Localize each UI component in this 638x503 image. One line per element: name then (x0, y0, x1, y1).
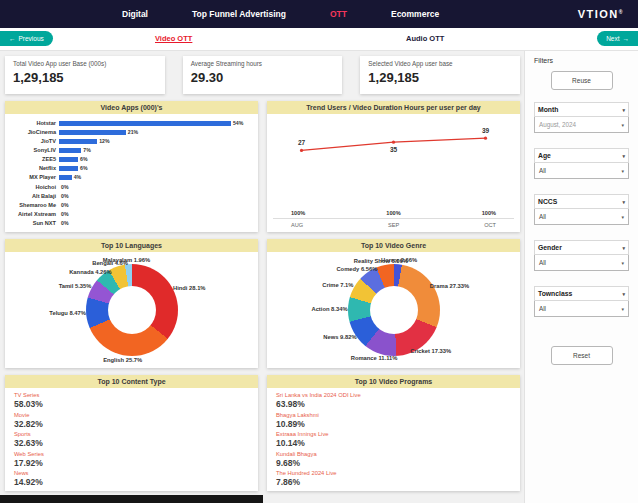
bar-row-sun-nxt[interactable]: Sun NXT0% (9, 219, 250, 227)
filter-value: All (539, 305, 546, 312)
bar-value-label: 0% (61, 193, 69, 199)
x-axis-label: SEP (388, 222, 399, 228)
chevron-down-icon: ▾ (622, 107, 625, 113)
bar-row-mx-player[interactable]: MX Player4% (9, 173, 250, 181)
list-item-musical-show[interactable]: Musical Show2.16% (14, 490, 249, 492)
nav-item-ecommerce[interactable]: Ecommerce (391, 9, 439, 19)
list-item-news[interactable]: News14.92% (14, 470, 249, 487)
nav-item-digital[interactable]: Digital (122, 9, 148, 19)
list-item-movie[interactable]: Movie32.82% (14, 412, 249, 429)
list-item-value: 63.98% (276, 399, 511, 409)
list-item-bhagya-lakshmi[interactable]: Bhagya Lakshmi10.89% (276, 412, 511, 429)
chevron-down-icon: ▾ (621, 122, 624, 128)
kpi-value: 29.30 (191, 70, 335, 85)
nav-item-ott[interactable]: OTT (330, 9, 347, 19)
list-item-jagannath[interactable]: Jagannath7.54% (276, 490, 511, 492)
top-nav: DigitalTop Funnel AdvertisingOTTEcommerc… (0, 0, 638, 28)
list-item-web-series[interactable]: Web Series17.92% (14, 451, 249, 468)
filter-name: Townclass (538, 290, 572, 297)
previous-button[interactable]: ← Previous (0, 31, 53, 46)
kpi-value: 1,29,185 (13, 70, 157, 85)
tab-audio-ott[interactable]: Audio OTT (406, 34, 444, 43)
donut-label-cricket: Cricket 17.33% (410, 348, 451, 354)
filter-select-month[interactable]: August, 2024▾ (534, 117, 629, 133)
bar-category-label: ZEE5 (9, 156, 59, 162)
content-type-list: TV Series58.03%Movie32.82%Sports32.63%We… (5, 388, 258, 491)
nav-menu: DigitalTop Funnel AdvertisingOTTEcommerc… (122, 9, 439, 19)
list-item-kundali-bhagya[interactable]: Kundali Bhagya9.68% (276, 451, 511, 468)
list-item-value: 14.92% (14, 477, 249, 487)
bar-row-alt-balaji[interactable]: Alt Balaji0% (9, 192, 250, 200)
filter-name: Age (538, 152, 551, 159)
filter-groups: Month▾August, 2024▾Age▾All▾NCCS▾All▾Gend… (534, 102, 629, 332)
reset-button[interactable]: Reset (551, 346, 613, 365)
bar-value-label: 12% (99, 138, 109, 144)
bar-row-jiocinema[interactable]: JioCinema21% (9, 128, 250, 136)
lists-row: Top 10 Content Type TV Series58.03%Movie… (5, 375, 520, 491)
bar-value-label: 54% (233, 120, 243, 126)
list-item-tv-series[interactable]: TV Series58.03% (14, 392, 249, 409)
bar-row-hotstar[interactable]: Hotstar54% (9, 119, 250, 127)
registered-mark-icon: ® (619, 9, 624, 15)
filter-header-age[interactable]: Age▾ (534, 148, 629, 163)
filter-header-nccs[interactable]: NCCS▾ (534, 194, 629, 209)
bar-row-jiotv[interactable]: JioTV12% (9, 137, 250, 145)
bar-category-label: MX Player (9, 174, 59, 180)
list-item-the-hundred-2024-live[interactable]: The Hundred 2024 Live7.86% (276, 470, 511, 487)
donut-label-telugu: Telugu 8.47% (49, 310, 86, 316)
filter-group-townclass: Townclass▾All▾ (534, 286, 629, 317)
nav-item-top-funnel-advertising[interactable]: Top Funnel Advertising (192, 9, 286, 19)
svg-text:27: 27 (298, 139, 306, 146)
languages-card: Top 10 Languages Hindi 28.1%English 25.7… (5, 239, 258, 368)
bar-track: 0% (59, 184, 250, 190)
filter-select-gender[interactable]: All▾ (534, 255, 629, 271)
filter-select-townclass[interactable]: All▾ (534, 301, 629, 317)
bar-fill (59, 157, 78, 162)
list-item-name: Kundali Bhagya (276, 451, 511, 457)
next-button[interactable]: Next → (597, 31, 638, 46)
bar-row-sonyliv[interactable]: SonyLIV7% (9, 146, 250, 154)
right-arrow-icon: → (623, 35, 630, 42)
bar-fill (59, 121, 231, 126)
languages-donut[interactable] (86, 264, 178, 356)
filter-header-townclass[interactable]: Townclass▾ (534, 286, 629, 301)
video-apps-bar-chart: Hotstar54%JioCinema21%JioTV12%SonyLIV7%Z… (5, 114, 258, 232)
list-item-sports[interactable]: Sports32.63% (14, 431, 249, 448)
list-item-extraaa-innings-live[interactable]: Extraaa Innings Live10.14% (276, 431, 511, 448)
list-item-name: Jagannath (276, 490, 511, 492)
x-axis-labels: AUGSEPOCT (273, 218, 514, 228)
reuse-button[interactable]: Reuse (551, 71, 613, 90)
bar-track: 0% (59, 220, 250, 226)
bar-category-label: Hoichoi (9, 184, 59, 190)
kpi-card-average-streaming-hours: Average Streaming hours29.30 (183, 56, 343, 94)
filter-header-month[interactable]: Month▾ (534, 102, 629, 117)
chevron-down-icon: ▾ (621, 168, 624, 174)
donut-label-comedy: Comedy 6.56% (336, 266, 377, 272)
bar-category-label: Sun NXT (9, 220, 59, 226)
bar-row-zee5[interactable]: ZEE56% (9, 155, 250, 163)
bar-track: 0% (59, 202, 250, 208)
genre-donut-chart: Horror 2.66%Drama 27.33%Cricket 17.33%Ro… (267, 252, 520, 368)
genre-title: Top 10 Video Genre (267, 239, 520, 252)
filter-select-age[interactable]: All▾ (534, 163, 629, 179)
bar-fill (59, 139, 97, 144)
list-item-name: TV Series (14, 392, 249, 398)
genre-donut[interactable] (348, 264, 440, 356)
bar-row-shemaroo-me[interactable]: Shemaroo Me0% (9, 201, 250, 209)
list-item-name: Movie (14, 412, 249, 418)
bar-row-airtel-xstream[interactable]: Airtel Xstream0% (9, 210, 250, 218)
video-programs-list: Sri Lanka vs India 2024 ODI Live63.98%Bh… (267, 388, 520, 491)
list-item-sri-lanka-vs-india-2024-odi-live[interactable]: Sri Lanka vs India 2024 ODI Live63.98% (276, 392, 511, 409)
filter-header-gender[interactable]: Gender▾ (534, 240, 629, 255)
bar-row-netflix[interactable]: Netflix6% (9, 164, 250, 172)
filter-name: Gender (538, 244, 562, 251)
filter-select-nccs[interactable]: All▾ (534, 209, 629, 225)
chevron-down-icon: ▾ (622, 153, 625, 159)
bar-category-label: Alt Balaji (9, 193, 59, 199)
bar-category-label: Hotstar (9, 120, 59, 126)
bar-row-hoichoi[interactable]: Hoichoi0% (9, 183, 250, 191)
kpi-value: 1,29,185 (368, 70, 512, 85)
kpi-card-selected-video-app-user-base: Selected Video App user base1,29,185 (360, 56, 520, 94)
kpi-label: Total Video App user Base (000s) (13, 60, 157, 67)
tab-video-ott[interactable]: Video OTT (155, 34, 192, 43)
